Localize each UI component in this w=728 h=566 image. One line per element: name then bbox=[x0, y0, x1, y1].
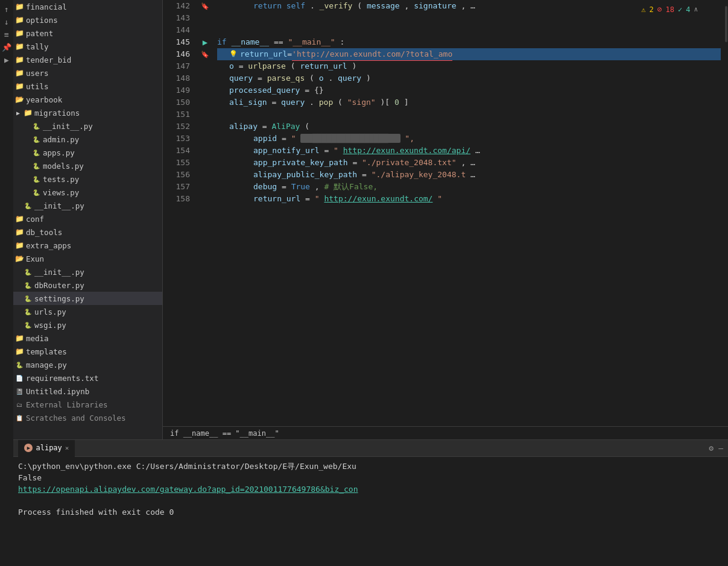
terminal-tab-icon: ▶ bbox=[24, 444, 33, 452]
sidebar-label-init-exun: __init__.py bbox=[34, 268, 84, 277]
sidebar-label-dbrouter: dbRouter.py bbox=[34, 281, 84, 290]
sidebar-item-wsgi[interactable]: ▶ 🐍 wsgi.py bbox=[0, 318, 162, 332]
code-line-150: ali_sign = query . pop ( "sign" )[ 0 ] bbox=[217, 96, 721, 108]
sidebar-item-migrations[interactable]: ▶ 📁 migrations bbox=[0, 106, 162, 119]
sidebar-item-media[interactable]: ▶ 📁 media bbox=[0, 332, 162, 345]
gutter-158 bbox=[196, 193, 214, 205]
sidebar-label-yearbook: yearbook bbox=[26, 95, 62, 104]
sidebar-item-requirements[interactable]: ▶ 📄 requirements.txt bbox=[0, 371, 162, 385]
sidebar-label-requirements: requirements.txt bbox=[26, 374, 98, 383]
error-icon: ⊘ bbox=[657, 5, 662, 14]
sidebar-item-manage[interactable]: ▶ 🐍 manage.py bbox=[0, 358, 162, 371]
terminal-close-button[interactable]: × bbox=[65, 444, 69, 452]
sidebar-item-init-exun[interactable]: ▶ 🐍 __init__.py bbox=[0, 265, 162, 278]
code-line-146: 💡 return_url = 'http://exun.exundt.com/?… bbox=[217, 48, 721, 60]
sidebar-item-settings[interactable]: ▶ 🐍 settings.py bbox=[0, 292, 162, 305]
minimize-icon[interactable]: — bbox=[718, 444, 723, 453]
settings-icon[interactable]: ⚙ bbox=[709, 444, 714, 453]
terminal-body: ↑ ↓ ≡ 📌 ▶ C:\python_env\python.exe C:/Us… bbox=[0, 457, 728, 566]
code-line-145: if __name__ == "__main__" : bbox=[217, 36, 721, 48]
folder-icon-yearbook: 📂 bbox=[14, 95, 24, 104]
py-file-icon-tests: 🐍 bbox=[31, 175, 41, 183]
terminal-content: C:\python_env\python.exe C:/Users/Admini… bbox=[0, 457, 728, 566]
sidebar-item-options[interactable]: ▶ 📁 options bbox=[0, 13, 162, 27]
sidebar-item-models[interactable]: ▶ 🐍 models.py bbox=[0, 159, 162, 172]
sidebar-label-external-libs: External Libraries bbox=[26, 400, 107, 409]
folder-icon-exun: 📂 bbox=[14, 254, 24, 263]
code-content-area: 142 143 144 145 146 147 148 149 150 151 … bbox=[163, 0, 728, 426]
debug-arrow-icon: ▶ bbox=[203, 37, 207, 47]
folder-icon-db-tools: 📁 bbox=[14, 227, 24, 237]
line-num-143: 143 bbox=[163, 12, 190, 24]
sidebar-item-tender-bid[interactable]: ▶ 📁 tender_bid bbox=[0, 53, 162, 66]
code-line-143 bbox=[217, 12, 721, 24]
sidebar-item-patent[interactable]: ▶ 📁 patent bbox=[0, 27, 162, 40]
sidebar-item-dbrouter[interactable]: ▶ 🐍 dbRouter.py bbox=[0, 278, 162, 292]
py-file-icon-init2: 🐍 bbox=[23, 201, 33, 210]
line-num-142: 142 bbox=[163, 0, 190, 12]
terminal-empty1 bbox=[18, 495, 721, 506]
sidebar-label-apps: apps.py bbox=[43, 148, 75, 157]
line-num-155: 155 bbox=[163, 157, 190, 169]
scroll-thumb bbox=[725, 6, 727, 42]
check-icon: ✓ bbox=[678, 5, 682, 14]
py-file-icon-apps: 🐍 bbox=[31, 148, 41, 157]
sidebar-item-yearbook[interactable]: ▼ 📂 yearbook bbox=[0, 93, 162, 106]
gutter-157 bbox=[196, 181, 214, 193]
main-container: ▶ 📁 financial ▶ 📁 options ▶ 📁 patent ▶ 📁… bbox=[0, 0, 728, 566]
sidebar-item-db-tools[interactable]: ▶ 📁 db_tools bbox=[0, 225, 162, 239]
gutter-143 bbox=[196, 12, 214, 24]
sidebar-item-conf[interactable]: ▶ 📁 conf bbox=[0, 212, 162, 225]
py-file-icon-wsgi: 🐍 bbox=[23, 321, 33, 329]
sidebar-item-financial[interactable]: ▶ 📁 financial bbox=[0, 0, 162, 13]
sidebar-item-untitled[interactable]: ▶ 📓 Untitled.ipynb bbox=[0, 385, 162, 398]
line-num-154: 154 bbox=[163, 145, 190, 157]
sidebar-item-extra-apps[interactable]: ▶ 📁 extra_apps bbox=[0, 239, 162, 252]
sidebar-label-tests: tests.py bbox=[43, 175, 79, 184]
terminal-false-line: False bbox=[18, 472, 721, 483]
line-num-152: 152 bbox=[163, 121, 190, 133]
sidebar-item-tests[interactable]: ▶ 🐍 tests.py bbox=[0, 172, 162, 186]
check-count: 4 bbox=[686, 5, 690, 14]
line-num-157: 157 bbox=[163, 181, 190, 193]
folder-icon-templates: 📁 bbox=[14, 347, 24, 356]
sidebar-label-templates: templates bbox=[26, 347, 67, 356]
code-lines[interactable]: return self . _verify ( message , signat… bbox=[214, 0, 721, 426]
py-file-icon-admin: 🐍 bbox=[31, 135, 41, 143]
sidebar-item-urls[interactable]: ▶ 🐍 urls.py bbox=[0, 305, 162, 318]
sidebar-item-init2[interactable]: ▶ 🐍 __init__.py bbox=[0, 199, 162, 212]
sidebar-item-users[interactable]: ▶ 📁 users bbox=[0, 66, 162, 80]
terminal-tab-alipay[interactable]: ▶ alipay × bbox=[18, 440, 75, 457]
sidebar-item-tally[interactable]: ▶ 📁 tally bbox=[0, 40, 162, 53]
right-scrollbar[interactable] bbox=[721, 0, 728, 426]
sidebar-item-external-libs[interactable]: ▶ 🗂 External Libraries bbox=[0, 398, 162, 411]
folder-icon-tender-bid: 📁 bbox=[14, 55, 24, 64]
sidebar-label-scratches: Scratches and Consoles bbox=[26, 413, 126, 423]
bookmark-icon-142: 🔖 bbox=[201, 2, 209, 10]
terminal-alipay-url[interactable]: https://openapi.alipaydev.com/gateway.do… bbox=[18, 485, 358, 494]
folder-icon-tally: 📁 bbox=[14, 42, 24, 51]
sidebar-item-admin[interactable]: ▶ 🐍 admin.py bbox=[0, 133, 162, 146]
terminal-tab-bar: :n ▶ alipay × ⚙ — bbox=[0, 440, 728, 457]
sidebar-item-templates[interactable]: ▶ 📁 templates bbox=[0, 345, 162, 358]
sidebar-item-apps[interactable]: ▶ 🐍 apps.py bbox=[0, 146, 162, 159]
sidebar-item-init-yearbook[interactable]: ▶ 🐍 __init__.py bbox=[0, 119, 162, 133]
sidebar-item-views[interactable]: ▶ 🐍 views.py bbox=[0, 186, 162, 199]
gutter-142: 🔖 bbox=[196, 0, 214, 12]
gutter-144 bbox=[196, 24, 214, 36]
sidebar-item-scratches[interactable]: ▶ 📋 Scratches and Consoles bbox=[0, 411, 162, 424]
lightbulb-icon: 💡 bbox=[229, 48, 238, 60]
line-num-146: 146 bbox=[163, 48, 190, 60]
terminal-actions: ⚙ — bbox=[709, 444, 723, 453]
sidebar-label-financial: financial bbox=[26, 2, 67, 11]
file-tree-sidebar: ▶ 📁 financial ▶ 📁 options ▶ 📁 patent ▶ 📁… bbox=[0, 0, 163, 439]
sidebar-label-init2: __init__.py bbox=[34, 201, 84, 210]
gutter-156 bbox=[196, 169, 214, 181]
sidebar-item-exun[interactable]: ▼ 📂 Exun bbox=[0, 252, 162, 265]
gutter-152 bbox=[196, 121, 214, 133]
gutter-153 bbox=[196, 133, 214, 145]
gutter-150 bbox=[196, 96, 214, 108]
gutter-154 bbox=[196, 145, 214, 157]
sidebar-item-utils[interactable]: ▶ 📁 utils bbox=[0, 80, 162, 93]
gutter-145: ▶ bbox=[196, 36, 214, 48]
